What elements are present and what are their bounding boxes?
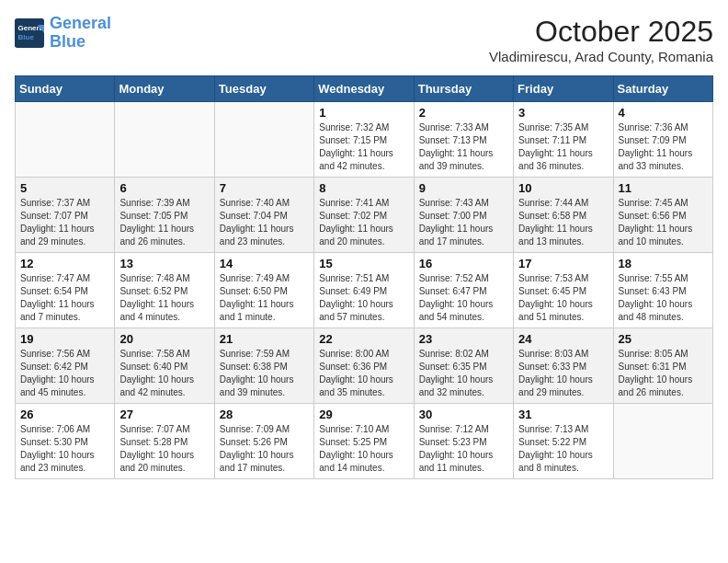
calendar-cell: 28Sunrise: 7:09 AM Sunset: 5:26 PM Dayli… bbox=[214, 404, 313, 479]
day-number: 1 bbox=[319, 106, 408, 120]
day-number: 21 bbox=[220, 332, 309, 346]
day-info: Sunrise: 8:02 AM Sunset: 6:35 PM Dayligh… bbox=[419, 348, 508, 399]
calendar-cell: 21Sunrise: 7:59 AM Sunset: 6:38 PM Dayli… bbox=[214, 328, 313, 404]
calendar-cell: 24Sunrise: 8:03 AM Sunset: 6:33 PM Dayli… bbox=[514, 328, 613, 404]
day-number: 16 bbox=[419, 257, 508, 270]
weekday-header-thursday: Thursday bbox=[414, 76, 513, 102]
day-info: Sunrise: 7:56 AM Sunset: 6:42 PM Dayligh… bbox=[20, 348, 109, 399]
day-info: Sunrise: 7:12 AM Sunset: 5:23 PM Dayligh… bbox=[419, 423, 508, 475]
day-number: 20 bbox=[119, 332, 209, 346]
weekday-header-monday: Monday bbox=[115, 76, 214, 102]
day-info: Sunrise: 7:41 AM Sunset: 7:02 PM Dayligh… bbox=[319, 197, 408, 248]
day-number: 9 bbox=[419, 181, 508, 195]
calendar-week-row: 5Sunrise: 7:37 AM Sunset: 7:07 PM Daylig… bbox=[16, 178, 713, 253]
day-number: 18 bbox=[619, 257, 708, 270]
calendar-cell: 8Sunrise: 7:41 AM Sunset: 7:02 PM Daylig… bbox=[314, 178, 414, 253]
calendar-week-row: 19Sunrise: 7:56 AM Sunset: 6:42 PM Dayli… bbox=[16, 328, 713, 404]
calendar-week-row: 26Sunrise: 7:06 AM Sunset: 5:30 PM Dayli… bbox=[16, 404, 713, 479]
day-number: 3 bbox=[518, 106, 608, 120]
calendar-cell bbox=[16, 102, 115, 178]
calendar-table: SundayMondayTuesdayWednesdayThursdayFrid… bbox=[15, 75, 713, 479]
day-number: 31 bbox=[518, 408, 608, 421]
day-info: Sunrise: 7:59 AM Sunset: 6:38 PM Dayligh… bbox=[220, 348, 309, 399]
calendar-cell: 27Sunrise: 7:07 AM Sunset: 5:28 PM Dayli… bbox=[115, 404, 214, 479]
day-number: 2 bbox=[419, 106, 508, 120]
day-number: 8 bbox=[319, 181, 408, 195]
calendar-cell: 7Sunrise: 7:40 AM Sunset: 7:04 PM Daylig… bbox=[214, 178, 313, 253]
calendar-cell: 17Sunrise: 7:53 AM Sunset: 6:45 PM Dayli… bbox=[514, 253, 613, 328]
calendar-cell: 14Sunrise: 7:49 AM Sunset: 6:50 PM Dayli… bbox=[214, 253, 313, 328]
title-block: October 2025 Vladimirescu, Arad County, … bbox=[489, 15, 713, 64]
day-number: 27 bbox=[119, 408, 209, 421]
day-number: 25 bbox=[619, 332, 708, 346]
day-info: Sunrise: 7:44 AM Sunset: 6:58 PM Dayligh… bbox=[518, 197, 608, 248]
weekday-header-friday: Friday bbox=[514, 76, 613, 102]
calendar-cell: 13Sunrise: 7:48 AM Sunset: 6:52 PM Dayli… bbox=[115, 253, 214, 328]
calendar-cell: 18Sunrise: 7:55 AM Sunset: 6:43 PM Dayli… bbox=[613, 253, 712, 328]
day-info: Sunrise: 8:00 AM Sunset: 6:36 PM Dayligh… bbox=[319, 348, 408, 399]
day-info: Sunrise: 7:36 AM Sunset: 7:09 PM Dayligh… bbox=[619, 121, 708, 173]
calendar-cell: 22Sunrise: 8:00 AM Sunset: 6:36 PM Dayli… bbox=[314, 328, 414, 404]
day-info: Sunrise: 7:39 AM Sunset: 7:05 PM Dayligh… bbox=[119, 197, 209, 248]
calendar-cell: 30Sunrise: 7:12 AM Sunset: 5:23 PM Dayli… bbox=[414, 404, 513, 479]
calendar-cell: 12Sunrise: 7:47 AM Sunset: 6:54 PM Dayli… bbox=[16, 253, 115, 328]
logo-text: General Blue bbox=[50, 15, 111, 52]
day-info: Sunrise: 7:52 AM Sunset: 6:47 PM Dayligh… bbox=[419, 272, 508, 324]
day-number: 14 bbox=[220, 257, 309, 270]
day-number: 6 bbox=[119, 181, 209, 195]
day-info: Sunrise: 7:09 AM Sunset: 5:26 PM Dayligh… bbox=[220, 423, 309, 475]
calendar-cell: 23Sunrise: 8:02 AM Sunset: 6:35 PM Dayli… bbox=[414, 328, 513, 404]
day-number: 7 bbox=[220, 181, 309, 195]
day-number: 17 bbox=[518, 257, 608, 270]
weekday-header-tuesday: Tuesday bbox=[214, 76, 313, 102]
weekday-header-sunday: Sunday bbox=[16, 76, 115, 102]
day-info: Sunrise: 7:49 AM Sunset: 6:50 PM Dayligh… bbox=[220, 272, 309, 324]
day-number: 15 bbox=[319, 257, 408, 270]
day-info: Sunrise: 7:48 AM Sunset: 6:52 PM Dayligh… bbox=[119, 272, 209, 324]
calendar-cell: 25Sunrise: 8:05 AM Sunset: 6:31 PM Dayli… bbox=[613, 328, 712, 404]
day-number: 26 bbox=[20, 408, 109, 421]
calendar-cell: 20Sunrise: 7:58 AM Sunset: 6:40 PM Dayli… bbox=[115, 328, 214, 404]
month-year-title: October 2025 bbox=[489, 15, 713, 49]
day-number: 5 bbox=[20, 181, 109, 195]
calendar-week-row: 1Sunrise: 7:32 AM Sunset: 7:15 PM Daylig… bbox=[16, 102, 713, 178]
day-info: Sunrise: 7:07 AM Sunset: 5:28 PM Dayligh… bbox=[119, 423, 209, 475]
calendar-cell: 31Sunrise: 7:13 AM Sunset: 5:22 PM Dayli… bbox=[514, 404, 613, 479]
calendar-cell: 11Sunrise: 7:45 AM Sunset: 6:56 PM Dayli… bbox=[613, 178, 712, 253]
day-number: 29 bbox=[319, 408, 408, 421]
day-info: Sunrise: 7:10 AM Sunset: 5:25 PM Dayligh… bbox=[319, 423, 408, 475]
day-info: Sunrise: 7:45 AM Sunset: 6:56 PM Dayligh… bbox=[619, 197, 708, 248]
calendar-cell: 4Sunrise: 7:36 AM Sunset: 7:09 PM Daylig… bbox=[613, 102, 712, 178]
calendar-cell: 16Sunrise: 7:52 AM Sunset: 6:47 PM Dayli… bbox=[414, 253, 513, 328]
day-number: 24 bbox=[518, 332, 608, 346]
calendar-cell bbox=[115, 102, 214, 178]
calendar-cell: 26Sunrise: 7:06 AM Sunset: 5:30 PM Dayli… bbox=[16, 404, 115, 479]
calendar-cell: 6Sunrise: 7:39 AM Sunset: 7:05 PM Daylig… bbox=[115, 178, 214, 253]
day-info: Sunrise: 7:13 AM Sunset: 5:22 PM Dayligh… bbox=[518, 423, 608, 475]
calendar-cell: 2Sunrise: 7:33 AM Sunset: 7:13 PM Daylig… bbox=[414, 102, 513, 178]
logo: General Blue General Blue bbox=[15, 15, 111, 52]
calendar-cell: 19Sunrise: 7:56 AM Sunset: 6:42 PM Dayli… bbox=[16, 328, 115, 404]
weekday-header-saturday: Saturday bbox=[613, 76, 712, 102]
day-info: Sunrise: 7:32 AM Sunset: 7:15 PM Dayligh… bbox=[319, 121, 408, 173]
weekday-header-wednesday: Wednesday bbox=[314, 76, 414, 102]
day-info: Sunrise: 7:33 AM Sunset: 7:13 PM Dayligh… bbox=[419, 121, 508, 173]
day-info: Sunrise: 8:05 AM Sunset: 6:31 PM Dayligh… bbox=[619, 348, 708, 399]
day-number: 30 bbox=[419, 408, 508, 421]
day-info: Sunrise: 7:53 AM Sunset: 6:45 PM Dayligh… bbox=[518, 272, 608, 324]
day-info: Sunrise: 7:40 AM Sunset: 7:04 PM Dayligh… bbox=[220, 197, 309, 248]
day-info: Sunrise: 7:47 AM Sunset: 6:54 PM Dayligh… bbox=[20, 272, 109, 324]
day-info: Sunrise: 8:03 AM Sunset: 6:33 PM Dayligh… bbox=[518, 348, 608, 399]
calendar-cell bbox=[613, 404, 712, 479]
calendar-cell: 1Sunrise: 7:32 AM Sunset: 7:15 PM Daylig… bbox=[314, 102, 414, 178]
svg-text:Blue: Blue bbox=[18, 33, 35, 41]
day-info: Sunrise: 7:37 AM Sunset: 7:07 PM Dayligh… bbox=[20, 197, 109, 248]
calendar-cell: 3Sunrise: 7:35 AM Sunset: 7:11 PM Daylig… bbox=[514, 102, 613, 178]
day-number: 23 bbox=[419, 332, 508, 346]
calendar-cell: 9Sunrise: 7:43 AM Sunset: 7:00 PM Daylig… bbox=[414, 178, 513, 253]
weekday-header-row: SundayMondayTuesdayWednesdayThursdayFrid… bbox=[16, 76, 713, 102]
day-number: 4 bbox=[619, 106, 708, 120]
location-subtitle: Vladimirescu, Arad County, Romania bbox=[489, 49, 713, 64]
day-info: Sunrise: 7:43 AM Sunset: 7:00 PM Dayligh… bbox=[419, 197, 508, 248]
calendar-cell: 10Sunrise: 7:44 AM Sunset: 6:58 PM Dayli… bbox=[514, 178, 613, 253]
